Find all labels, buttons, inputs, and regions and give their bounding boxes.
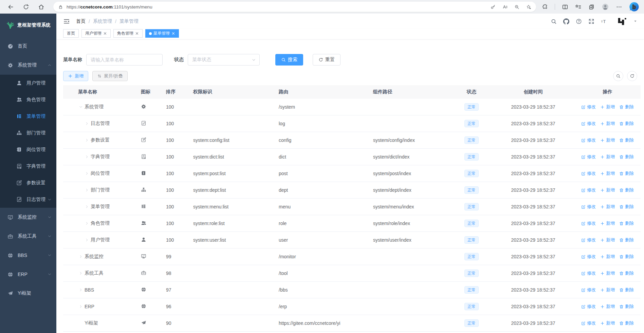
sidebar-item-dicts[interactable]: 字典管理 bbox=[0, 158, 56, 174]
delete-action[interactable]: 删除 bbox=[619, 270, 634, 276]
delete-action[interactable]: 删除 bbox=[619, 170, 634, 177]
menu-name-input[interactable] bbox=[86, 54, 163, 66]
search-icon[interactable] bbox=[551, 18, 557, 24]
sidebar-item-erp[interactable]: ERP bbox=[0, 265, 56, 284]
search-button[interactable]: 搜索 bbox=[275, 54, 303, 66]
add-action[interactable]: 新增 bbox=[600, 137, 615, 143]
close-icon[interactable] bbox=[103, 32, 107, 35]
delete-action[interactable]: 删除 bbox=[619, 187, 634, 193]
back-icon[interactable] bbox=[7, 4, 14, 10]
sidebar-item-posts[interactable]: 岗位管理 bbox=[0, 141, 56, 158]
delete-action[interactable]: 删除 bbox=[619, 137, 634, 143]
favorites-icon[interactable] bbox=[575, 4, 582, 10]
extensions-icon[interactable] bbox=[541, 4, 548, 10]
add-action[interactable]: 新增 bbox=[600, 187, 615, 193]
edit-action[interactable]: 修改 bbox=[581, 187, 596, 193]
delete-action[interactable]: 删除 bbox=[619, 220, 634, 226]
sidebar-item-departments[interactable]: 部门管理 bbox=[0, 125, 56, 141]
delete-action[interactable]: 删除 bbox=[619, 287, 634, 293]
delete-action[interactable]: 删除 bbox=[619, 303, 634, 310]
add-action[interactable]: 新增 bbox=[600, 320, 615, 326]
edit-action[interactable]: 修改 bbox=[581, 237, 596, 243]
edit-action[interactable]: 修改 bbox=[581, 270, 596, 276]
delete-action[interactable]: 删除 bbox=[619, 237, 634, 243]
address-bar[interactable]: https://ccnetcore.com:1101/system/menu bbox=[53, 2, 536, 12]
expand-row-icon[interactable] bbox=[85, 122, 89, 126]
tab-role-mgmt[interactable]: 角色管理 bbox=[113, 29, 143, 38]
expand-row-icon[interactable] bbox=[79, 255, 83, 259]
expand-row-icon[interactable] bbox=[85, 171, 89, 175]
sidebar-item-yi-framework[interactable]: Yi框架 bbox=[0, 284, 56, 303]
add-action[interactable]: 新增 bbox=[600, 170, 615, 177]
expand-row-icon[interactable] bbox=[85, 238, 89, 242]
font-size-icon[interactable]: TT bbox=[601, 18, 607, 24]
delete-action[interactable]: 删除 bbox=[619, 204, 634, 210]
expand-row-icon[interactable] bbox=[79, 271, 83, 275]
add-action[interactable]: 新增 bbox=[600, 204, 615, 210]
sidebar-item-logs[interactable]: 日志管理 bbox=[0, 191, 56, 208]
delete-action[interactable]: 删除 bbox=[619, 154, 634, 160]
add-action[interactable]: 新增 bbox=[600, 104, 615, 110]
collapse-row-icon[interactable] bbox=[79, 105, 83, 109]
status-select[interactable]: 菜单状态 bbox=[188, 54, 260, 66]
sidebar-item-system[interactable]: 系统管理 bbox=[0, 56, 56, 75]
tab-menu-mgmt[interactable]: 菜单管理 bbox=[145, 29, 179, 38]
add-button[interactable]: 新增 bbox=[63, 71, 88, 81]
bing-chat-icon[interactable]: b bbox=[629, 2, 639, 12]
sidebar-item-home[interactable]: 首页 bbox=[0, 37, 56, 56]
read-aloud-icon[interactable] bbox=[502, 4, 508, 10]
sidebar-item-monitor[interactable]: 系统监控 bbox=[0, 208, 56, 227]
add-action[interactable]: 新增 bbox=[600, 154, 615, 160]
edit-action[interactable]: 修改 bbox=[581, 303, 596, 310]
add-action[interactable]: 新增 bbox=[600, 303, 615, 310]
collapse-sidebar-icon[interactable] bbox=[63, 18, 70, 25]
close-icon[interactable] bbox=[135, 32, 139, 35]
edit-action[interactable]: 修改 bbox=[581, 104, 596, 110]
user-logo-avatar[interactable] bbox=[617, 16, 627, 26]
add-action[interactable]: 新增 bbox=[600, 237, 615, 243]
expand-row-icon[interactable] bbox=[85, 155, 89, 159]
github-icon[interactable] bbox=[563, 18, 569, 24]
sidebar-item-roles[interactable]: 角色管理 bbox=[0, 91, 56, 108]
url-text[interactable]: https://ccnetcore.com:1101/system/menu bbox=[67, 4, 152, 10]
delete-action[interactable]: 删除 bbox=[619, 121, 634, 127]
sidebar-item-bbs[interactable]: BBS bbox=[0, 246, 56, 265]
tab-home[interactable]: 首页 bbox=[63, 29, 79, 38]
collections-icon[interactable] bbox=[588, 4, 595, 10]
refresh-table-button[interactable] bbox=[627, 71, 637, 81]
reload-icon[interactable] bbox=[23, 4, 29, 10]
close-icon[interactable] bbox=[171, 32, 175, 35]
edit-action[interactable]: 修改 bbox=[581, 320, 596, 326]
delete-action[interactable]: 删除 bbox=[619, 320, 634, 326]
show-search-button[interactable] bbox=[613, 71, 623, 81]
zoom-out-icon[interactable] bbox=[514, 4, 519, 10]
breadcrumb-system[interactable]: 系统管理 bbox=[93, 18, 112, 24]
caret-down-icon[interactable] bbox=[633, 19, 637, 23]
add-action[interactable]: 新增 bbox=[600, 121, 615, 127]
expand-row-icon[interactable] bbox=[79, 304, 83, 309]
more-menu-icon[interactable] bbox=[616, 4, 622, 10]
expand-row-icon[interactable] bbox=[79, 288, 83, 292]
delete-action[interactable]: 删除 bbox=[619, 254, 634, 260]
sidebar-item-tools[interactable]: 系统工具 bbox=[0, 227, 56, 246]
password-key-icon[interactable] bbox=[491, 4, 496, 10]
lock-icon[interactable] bbox=[58, 4, 63, 10]
app-logo[interactable]: 意框架管理系统 bbox=[0, 14, 56, 37]
tab-user-mgmt[interactable]: 用户管理 bbox=[81, 29, 111, 38]
expand-row-icon[interactable] bbox=[85, 188, 89, 192]
edit-action[interactable]: 修改 bbox=[581, 204, 596, 210]
edit-action[interactable]: 修改 bbox=[581, 121, 596, 127]
edit-action[interactable]: 修改 bbox=[581, 220, 596, 226]
fullscreen-icon[interactable] bbox=[588, 18, 594, 24]
add-action[interactable]: 新增 bbox=[600, 270, 615, 276]
help-icon[interactable] bbox=[576, 18, 582, 24]
expand-collapse-button[interactable]: 展开/折叠 bbox=[92, 71, 128, 81]
add-action[interactable]: 新增 bbox=[600, 287, 615, 293]
sidebar-item-users[interactable]: 用户管理 bbox=[0, 75, 56, 91]
edit-action[interactable]: 修改 bbox=[581, 154, 596, 160]
sidebar-item-config[interactable]: 参数设置 bbox=[0, 174, 56, 191]
sidebar-item-menus[interactable]: 菜单管理 bbox=[0, 108, 56, 125]
edit-action[interactable]: 修改 bbox=[581, 287, 596, 293]
breadcrumb-home[interactable]: 首页 bbox=[76, 18, 86, 24]
add-favorite-icon[interactable] bbox=[526, 4, 531, 10]
